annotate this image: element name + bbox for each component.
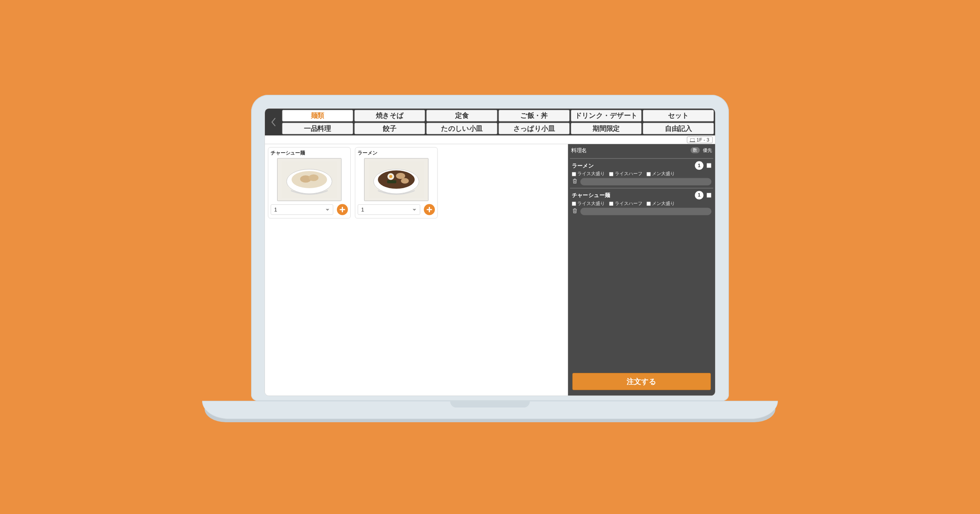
- order-option-checkbox[interactable]: [647, 202, 651, 206]
- add-item-button[interactable]: [424, 204, 435, 215]
- order-item: チャーシュー麺 1 ライス大盛り ライスハーフ メン大盛り: [570, 188, 713, 218]
- order-option-label: ライス大盛り: [577, 171, 605, 177]
- order-item-qty: 1: [695, 191, 703, 199]
- order-option[interactable]: ライスハーフ: [609, 201, 642, 207]
- svg-point-7: [378, 171, 415, 189]
- trash-icon: [572, 178, 577, 184]
- order-option[interactable]: ライス大盛り: [572, 201, 605, 207]
- order-item: ラーメン 1 ライス大盛り ライスハーフ メン大盛り: [570, 158, 713, 188]
- category-tab[interactable]: ご飯・丼: [498, 110, 569, 121]
- delete-item-button[interactable]: [572, 208, 578, 215]
- laptop-notch: [450, 401, 530, 408]
- category-tab[interactable]: 一品料理: [282, 123, 353, 134]
- menu-item-image: [364, 158, 428, 201]
- order-item-qty: 1: [695, 161, 703, 170]
- app-screen: 麺類焼きそば定食ご飯・丼ドリンク・デザートセット一品料理餃子たのしい小皿さっぱり…: [265, 108, 715, 396]
- menu-card: チャーシュー麺 1: [268, 147, 351, 218]
- priority-checkbox[interactable]: [707, 193, 712, 198]
- order-item-name: チャーシュー麺: [572, 192, 692, 199]
- category-tab[interactable]: 餃子: [354, 123, 425, 134]
- order-item-name: ラーメン: [572, 162, 692, 169]
- menu-card: ラーメン 1: [355, 147, 438, 218]
- menu-grid: チャーシュー麺 1 ラーメン: [265, 144, 568, 396]
- order-option-label: ライスハーフ: [615, 171, 642, 177]
- laptop-base: [202, 401, 778, 419]
- order-option-checkbox[interactable]: [647, 172, 651, 176]
- category-tab[interactable]: 期間限定: [571, 123, 642, 134]
- svg-point-10: [396, 173, 405, 179]
- delete-item-button[interactable]: [572, 178, 578, 185]
- svg-point-11: [401, 178, 409, 184]
- category-tab[interactable]: ドリンク・デザート: [571, 110, 642, 121]
- submit-order-button[interactable]: 注文する: [572, 373, 711, 390]
- order-option-label: ライスハーフ: [615, 201, 642, 207]
- priority-checkbox[interactable]: [707, 163, 712, 168]
- plus-icon: [426, 207, 433, 213]
- order-option-label: メン大盛り: [652, 201, 675, 207]
- order-option[interactable]: メン大盛り: [647, 171, 675, 177]
- order-option[interactable]: ライス大盛り: [572, 171, 605, 177]
- category-tab[interactable]: たのしい小皿: [426, 123, 497, 134]
- order-item-note[interactable]: [580, 208, 711, 215]
- category-tab[interactable]: 自由記入: [643, 123, 714, 134]
- order-header-qty: 数: [691, 147, 700, 153]
- menu-item-image: [277, 158, 341, 201]
- quantity-select[interactable]: 1: [358, 204, 420, 215]
- order-header-priority: 優先: [703, 147, 712, 153]
- category-tab[interactable]: セット: [643, 110, 714, 121]
- seat-icon: [690, 138, 694, 141]
- order-option-checkbox[interactable]: [572, 172, 576, 176]
- category-tab[interactable]: さっぱり小皿: [498, 123, 569, 134]
- order-list: ラーメン 1 ライス大盛り ライスハーフ メン大盛り チャーシュ: [568, 156, 715, 369]
- table-location-chip[interactable]: 1F - 3: [687, 136, 713, 143]
- back-button[interactable]: [265, 109, 282, 135]
- menu-item-name: ラーメン: [358, 150, 435, 156]
- main-content: チャーシュー麺 1 ラーメン: [265, 144, 715, 396]
- order-option[interactable]: メン大盛り: [647, 201, 675, 207]
- order-option-checkbox[interactable]: [609, 202, 613, 206]
- order-item-options: ライス大盛り ライスハーフ メン大盛り: [572, 201, 712, 207]
- laptop-body: 麺類焼きそば定食ご飯・丼ドリンク・デザートセット一品料理餃子たのしい小皿さっぱり…: [251, 95, 729, 401]
- menu-item-name: チャーシュー麺: [271, 150, 348, 156]
- order-header-name: 料理名: [571, 147, 688, 154]
- table-location-bar: 1F - 3: [265, 135, 715, 144]
- category-tab[interactable]: 麺類: [282, 110, 353, 121]
- order-option[interactable]: ライスハーフ: [609, 171, 642, 177]
- svg-point-9: [389, 175, 392, 178]
- category-tab-bar: 麺類焼きそば定食ご飯・丼ドリンク・デザートセット一品料理餃子たのしい小皿さっぱり…: [265, 109, 715, 135]
- trash-icon: [572, 208, 577, 213]
- chevron-left-icon: [271, 117, 276, 127]
- order-header: 料理名 数 優先: [568, 144, 715, 156]
- laptop-mockup: 麺類焼きそば定食ご飯・丼ドリンク・デザートセット一品料理餃子たのしい小皿さっぱり…: [251, 95, 729, 419]
- table-location-label: 1F - 3: [696, 137, 709, 142]
- quantity-select[interactable]: 1: [271, 204, 333, 215]
- order-footer: 注文する: [568, 369, 715, 396]
- order-option-checkbox[interactable]: [572, 202, 576, 206]
- svg-rect-12: [387, 180, 396, 183]
- order-option-label: メン大盛り: [652, 171, 675, 177]
- order-option-checkbox[interactable]: [609, 172, 613, 176]
- category-tab[interactable]: 定食: [426, 110, 497, 121]
- add-item-button[interactable]: [337, 204, 348, 215]
- order-item-note[interactable]: [580, 178, 711, 185]
- order-option-label: ライス大盛り: [577, 201, 605, 207]
- order-item-options: ライス大盛り ライスハーフ メン大盛り: [572, 171, 712, 177]
- order-sidebar: 料理名 数 優先 ラーメン 1 ライス大盛り ライスハーフ メン大盛り: [568, 144, 715, 396]
- category-tabs: 麺類焼きそば定食ご飯・丼ドリンク・デザートセット一品料理餃子たのしい小皿さっぱり…: [282, 109, 715, 135]
- category-tab[interactable]: 焼きそば: [354, 110, 425, 121]
- plus-icon: [339, 207, 345, 213]
- svg-point-4: [309, 174, 318, 181]
